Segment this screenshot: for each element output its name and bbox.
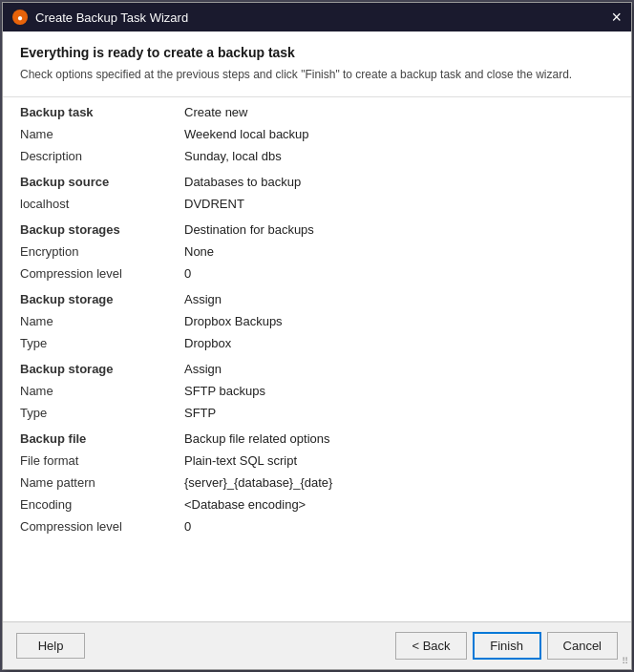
title-bar-left: ● Create Backup Task Wizard: [12, 10, 188, 25]
table-row: NameDropbox Backups: [3, 310, 631, 332]
row-value: SFTP: [175, 402, 631, 424]
table-row: Compression level0: [3, 515, 631, 537]
row-value: Databases to backup: [175, 167, 631, 193]
row-value: Backup file related options: [175, 424, 631, 450]
dialog-title: Create Backup Task Wizard: [35, 10, 188, 25]
row-value: Destination for backups: [175, 215, 631, 241]
row-label: Name pattern: [3, 472, 175, 494]
row-value: Dropbox Backups: [175, 310, 631, 332]
footer: Help < Back Finish Cancel: [3, 621, 631, 669]
row-label: Backup task: [3, 97, 175, 123]
app-icon: ●: [12, 10, 28, 25]
row-value: None: [175, 241, 631, 262]
table-row: Backup storageAssign: [3, 354, 631, 380]
row-value: Sunday, local dbs: [175, 145, 631, 167]
table-row: EncryptionNone: [3, 241, 631, 262]
row-value: 0: [175, 515, 631, 537]
table-row: NameSFTP backups: [3, 380, 631, 402]
row-label: Encryption: [3, 241, 175, 262]
row-label: Backup file: [3, 424, 175, 450]
finish-button[interactable]: Finish: [473, 632, 541, 660]
footer-right: < Back Finish Cancel: [395, 632, 618, 660]
header-section: Everything is ready to create a backup t…: [3, 32, 631, 97]
table-row: DescriptionSunday, local dbs: [3, 145, 631, 167]
row-value: DVDRENT: [175, 193, 631, 215]
table-row: Backup storageAssign: [3, 284, 631, 310]
row-label: Compression level: [3, 262, 175, 284]
row-label: Type: [3, 332, 175, 354]
row-label: localhost: [3, 193, 175, 215]
summary-table: Backup taskCreate newNameWeekend local b…: [3, 97, 631, 537]
table-row: TypeSFTP: [3, 402, 631, 424]
table-row: Backup sourceDatabases to backup: [3, 167, 631, 193]
header-description: Check options specified at the previous …: [20, 66, 614, 83]
row-label: Backup storage: [3, 354, 175, 380]
dialog: ● Create Backup Task Wizard × Everything…: [2, 2, 632, 670]
close-button[interactable]: ×: [611, 9, 622, 26]
table-row: localhostDVDRENT: [3, 193, 631, 215]
row-label: Backup source: [3, 167, 175, 193]
row-value: Plain-text SQL script: [175, 450, 631, 472]
table-row: Backup fileBackup file related options: [3, 424, 631, 450]
summary-scroll[interactable]: Backup taskCreate newNameWeekend local b…: [3, 97, 631, 621]
row-value: Create new: [175, 97, 631, 123]
header-title: Everything is ready to create a backup t…: [20, 45, 614, 60]
table-row: Backup taskCreate new: [3, 97, 631, 123]
row-label: Backup storage: [3, 284, 175, 310]
content-area: Backup taskCreate newNameWeekend local b…: [3, 97, 631, 621]
table-row: Backup storagesDestination for backups: [3, 215, 631, 241]
help-button[interactable]: Help: [16, 633, 85, 659]
row-label: Name: [3, 380, 175, 402]
row-label: Name: [3, 310, 175, 332]
row-label: Compression level: [3, 515, 175, 537]
back-button[interactable]: < Back: [395, 632, 466, 660]
title-bar: ● Create Backup Task Wizard ×: [3, 3, 631, 32]
row-label: Name: [3, 123, 175, 145]
table-row: File formatPlain-text SQL script: [3, 450, 631, 472]
row-label: Backup storages: [3, 215, 175, 241]
row-value: {server}_{database}_{date}: [175, 472, 631, 494]
row-label: File format: [3, 450, 175, 472]
table-row: Name pattern{server}_{database}_{date}: [3, 472, 631, 494]
row-value: Weekend local backup: [175, 123, 631, 145]
row-value: Dropbox: [175, 332, 631, 354]
row-value: SFTP backups: [175, 380, 631, 402]
row-value: 0: [175, 262, 631, 284]
row-value: <Database encoding>: [175, 494, 631, 515]
row-value: Assign: [175, 354, 631, 380]
row-label: Encoding: [3, 494, 175, 515]
row-label: Type: [3, 402, 175, 424]
table-row: TypeDropbox: [3, 332, 631, 354]
table-row: NameWeekend local backup: [3, 123, 631, 145]
table-row: Compression level0: [3, 262, 631, 284]
cancel-button[interactable]: Cancel: [547, 632, 618, 660]
row-value: Assign: [175, 284, 631, 310]
row-label: Description: [3, 145, 175, 167]
table-row: Encoding<Database encoding>: [3, 494, 631, 515]
